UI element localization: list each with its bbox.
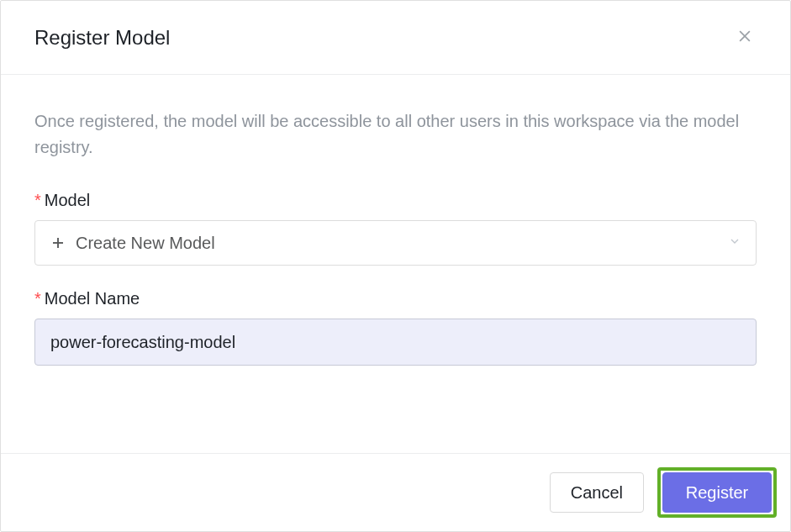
model-name-field-group: *Model Name	[34, 289, 757, 366]
required-asterisk: *	[34, 191, 41, 209]
modal-title: Register Model	[34, 26, 170, 50]
cancel-button[interactable]: Cancel	[550, 472, 644, 513]
close-icon	[736, 28, 753, 47]
description-text: Once registered, the model will be acces…	[34, 108, 757, 161]
model-name-field-label: *Model Name	[34, 289, 757, 308]
modal-footer: Cancel Register	[1, 453, 790, 531]
model-select-wrapper: Create New Model	[34, 220, 757, 266]
modal-header: Register Model	[1, 1, 790, 75]
modal-body: Once registered, the model will be acces…	[1, 75, 790, 436]
plus-icon	[50, 235, 66, 250]
model-field-label: *Model	[34, 191, 757, 210]
model-name-label-text: Model Name	[45, 289, 140, 308]
model-select[interactable]: Create New Model	[34, 220, 757, 266]
model-name-input[interactable]	[34, 319, 757, 366]
model-field-group: *Model Create New Model	[34, 191, 757, 266]
register-button[interactable]: Register	[662, 472, 772, 513]
close-button[interactable]	[733, 24, 757, 50]
required-asterisk: *	[34, 289, 41, 308]
model-select-value: Create New Model	[76, 234, 215, 253]
model-label-text: Model	[45, 191, 90, 209]
register-highlight: Register	[657, 467, 777, 518]
